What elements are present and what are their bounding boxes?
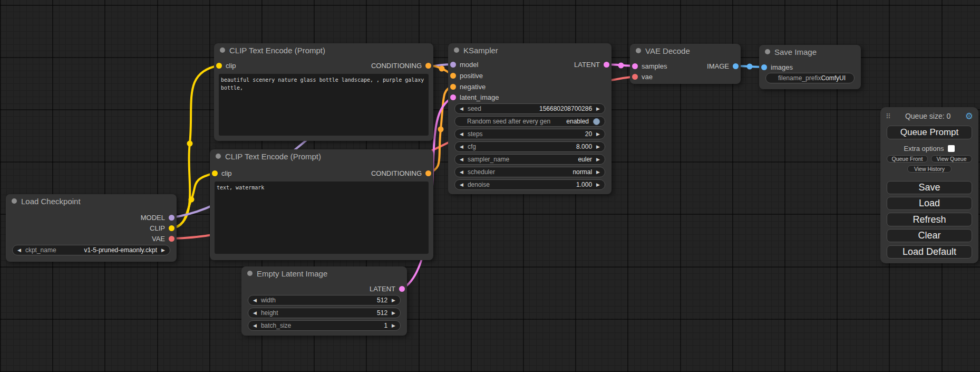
decrement-arrow-icon[interactable]: ◀: [253, 323, 257, 328]
output-dot-latent[interactable]: [604, 62, 609, 68]
widget-cfg[interactable]: ◀ cfg 8.000 ▶: [454, 141, 605, 152]
output-slot-vae: VAE: [6, 233, 177, 244]
input-dot-positive[interactable]: [450, 73, 456, 79]
random-seed-toggle-icon[interactable]: [593, 118, 600, 125]
widget-scheduler[interactable]: ◀ scheduler normal ▶: [454, 167, 605, 177]
input-dot-images[interactable]: [761, 64, 767, 70]
widget-filename-prefix[interactable]: filename_prefix ComfyUI: [765, 73, 855, 83]
increment-arrow-icon[interactable]: ▶: [161, 248, 165, 253]
negative-prompt-textarea[interactable]: text, watermark: [215, 182, 429, 254]
view-queue-button[interactable]: View Queue: [931, 155, 972, 163]
widget-value: 156680208700286: [539, 105, 592, 112]
output-dot-conditioning[interactable]: [425, 63, 431, 69]
node-title-bar[interactable]: KSampler: [448, 43, 612, 57]
decrement-arrow-icon[interactable]: ◀: [460, 107, 463, 111]
output-label-conditioning: CONDITIONING: [371, 169, 422, 177]
increment-arrow-icon[interactable]: ▶: [596, 107, 600, 111]
widget-value: 1: [384, 322, 387, 329]
node-save-image[interactable]: Save Image images filename_prefix ComfyU…: [759, 45, 861, 89]
output-dot-model[interactable]: [169, 215, 174, 221]
link-dot-latent[interactable]: [618, 63, 624, 69]
output-dot-latent[interactable]: [399, 286, 405, 292]
collapse-dot-icon[interactable]: [765, 49, 770, 54]
node-title-bar[interactable]: Save Image: [759, 45, 861, 59]
decrement-arrow-icon[interactable]: ◀: [460, 132, 463, 137]
decrement-arrow-icon[interactable]: ◀: [460, 157, 463, 162]
node-title-bar[interactable]: CLIP Text Encode (Prompt): [214, 43, 433, 57]
collapse-dot-icon[interactable]: [12, 198, 17, 204]
collapse-dot-icon[interactable]: [220, 47, 225, 53]
widget-random-seed[interactable]: Random seed after every gen enabled: [454, 116, 605, 127]
extra-options-checkbox[interactable]: [948, 145, 955, 152]
load-default-button[interactable]: Load Default: [887, 245, 972, 259]
increment-arrow-icon[interactable]: ▶: [392, 298, 395, 303]
input-dot-negative[interactable]: [450, 84, 456, 90]
widget-value: 512: [377, 309, 387, 317]
output-dot-clip[interactable]: [169, 225, 174, 231]
positive-prompt-textarea[interactable]: beautiful scenery nature glass bottle la…: [219, 74, 429, 136]
node-title-bar[interactable]: Load Checkpoint: [6, 194, 177, 208]
node-clip-text-encode-positive[interactable]: CLIP Text Encode (Prompt) clip CONDITION…: [214, 43, 433, 141]
node-vae-decode[interactable]: VAE Decode samples IMAGE vae: [630, 44, 741, 84]
increment-arrow-icon[interactable]: ▶: [596, 183, 600, 187]
increment-arrow-icon[interactable]: ▶: [596, 132, 600, 137]
decrement-arrow-icon[interactable]: ◀: [460, 170, 463, 175]
increment-arrow-icon[interactable]: ▶: [392, 323, 395, 328]
widget-sampler-name[interactable]: ◀ sampler_name euler ▶: [454, 154, 605, 165]
comfyui-canvas[interactable]: Load Checkpoint MODEL CLIP VAE ◀ ckpt_na…: [0, 0, 980, 372]
settings-gear-icon[interactable]: ⚙: [965, 112, 973, 121]
clear-button[interactable]: Clear: [887, 229, 972, 242]
decrement-arrow-icon[interactable]: ◀: [460, 183, 463, 187]
node-title-bar[interactable]: VAE Decode: [630, 44, 741, 58]
input-label-vae: vae: [642, 73, 653, 81]
input-dot-latent-image[interactable]: [450, 94, 456, 100]
node-title-bar[interactable]: Empty Latent Image: [241, 266, 407, 280]
decrement-arrow-icon[interactable]: ◀: [17, 248, 21, 253]
increment-arrow-icon[interactable]: ▶: [596, 157, 600, 162]
input-dot-model[interactable]: [450, 62, 456, 68]
input-dot-vae[interactable]: [632, 74, 638, 80]
widget-seed[interactable]: ◀ seed 156680208700286 ▶: [454, 103, 605, 114]
decrement-arrow-icon[interactable]: ◀: [253, 311, 257, 316]
widget-ckpt-name[interactable]: ◀ ckpt_name v1-5-pruned-emaonly.ckpt ▶: [12, 245, 170, 255]
widget-steps[interactable]: ◀ steps 20 ▶: [454, 129, 605, 139]
link-dot-positive[interactable]: [439, 66, 445, 72]
node-ksampler[interactable]: KSampler model LATENT positive negative …: [448, 43, 612, 194]
decrement-arrow-icon[interactable]: ◀: [253, 298, 257, 303]
increment-arrow-icon[interactable]: ▶: [392, 311, 395, 316]
increment-arrow-icon[interactable]: ▶: [596, 170, 600, 175]
link-dot-image[interactable]: [747, 64, 753, 70]
input-dot-samples[interactable]: [632, 63, 638, 69]
refresh-button[interactable]: Refresh: [887, 213, 972, 226]
link-dot-negative[interactable]: [438, 127, 444, 132]
queue-prompt-button[interactable]: Queue Prompt: [887, 126, 972, 139]
widget-denoise[interactable]: ◀ denoise 1.000 ▶: [454, 179, 605, 190]
widget-batch-size[interactable]: ◀ batch_size 1 ▶: [248, 320, 401, 331]
node-load-checkpoint[interactable]: Load Checkpoint MODEL CLIP VAE ◀ ckpt_na…: [6, 194, 177, 262]
output-dot-image[interactable]: [733, 63, 739, 69]
decrement-arrow-icon[interactable]: ◀: [460, 145, 463, 149]
output-dot-vae[interactable]: [169, 236, 174, 242]
input-dot-clip[interactable]: [216, 63, 222, 69]
view-history-button[interactable]: View History: [907, 165, 952, 173]
link-dot-clip1[interactable]: [187, 141, 193, 147]
widget-width[interactable]: ◀ width 512 ▶: [248, 295, 401, 306]
queue-front-button[interactable]: Queue Front: [887, 155, 928, 163]
load-button[interactable]: Load: [887, 197, 972, 210]
node-empty-latent-image[interactable]: Empty Latent Image LATENT ◀ width 512 ▶ …: [241, 266, 407, 336]
link-dot-clip2[interactable]: [189, 197, 195, 203]
widget-height[interactable]: ◀ height 512 ▶: [248, 308, 401, 318]
node-title-bar[interactable]: CLIP Text Encode (Prompt): [210, 149, 433, 163]
save-button[interactable]: Save: [887, 181, 972, 194]
collapse-dot-icon[interactable]: [216, 154, 221, 159]
collapse-dot-icon[interactable]: [247, 271, 253, 276]
output-dot-conditioning[interactable]: [425, 170, 431, 176]
slot-row: model LATENT: [448, 59, 612, 70]
collapse-dot-icon[interactable]: [454, 47, 459, 53]
widget-value: normal: [573, 168, 592, 176]
input-dot-clip[interactable]: [212, 170, 218, 176]
increment-arrow-icon[interactable]: ▶: [596, 145, 600, 149]
drag-handle-icon[interactable]: ⠿: [886, 112, 891, 120]
node-clip-text-encode-negative[interactable]: CLIP Text Encode (Prompt) clip CONDITION…: [210, 149, 433, 260]
collapse-dot-icon[interactable]: [636, 48, 641, 53]
